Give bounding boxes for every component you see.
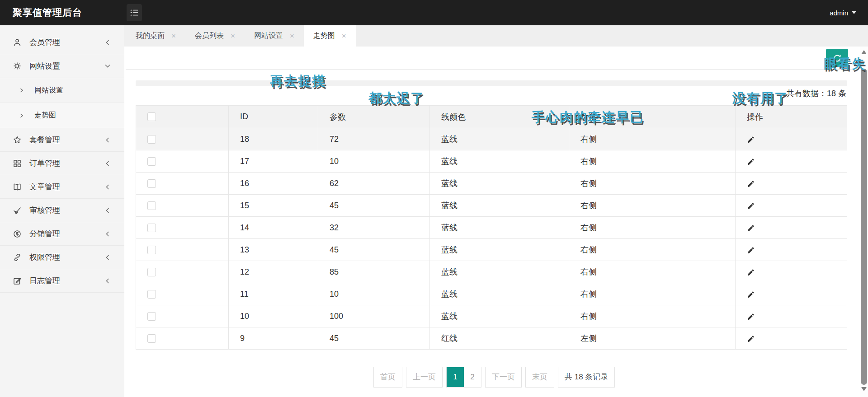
edit-button[interactable]	[747, 290, 754, 298]
sidebar-item-logs[interactable]: 日志管理	[0, 269, 124, 293]
refresh-button[interactable]	[826, 49, 848, 67]
cell-param: 10	[318, 150, 430, 172]
scroll-down-arrow-icon[interactable]	[861, 387, 867, 391]
edit-button[interactable]	[747, 335, 754, 342]
table-row: 16 62 蓝线 右侧	[136, 173, 847, 195]
scroll-up-arrow-icon[interactable]	[861, 50, 867, 54]
edit-button[interactable]	[747, 135, 754, 143]
cell-id: 18	[229, 128, 318, 150]
column-header-id: ID	[229, 106, 318, 128]
tab-trend-chart[interactable]: 走势图 ×	[304, 25, 356, 47]
sidebar-item-permissions[interactable]: 权限管理	[0, 246, 124, 269]
link-icon	[13, 253, 22, 262]
row-checkbox[interactable]	[147, 135, 156, 144]
edit-button[interactable]	[747, 202, 754, 209]
row-checkbox[interactable]	[147, 290, 156, 299]
sidebar-subitem-site-settings[interactable]: 网站设置	[0, 78, 124, 103]
chevron-left-icon	[104, 231, 111, 237]
column-header-param: 参数	[318, 106, 430, 128]
tab-my-desktop[interactable]: 我的桌面 ×	[126, 25, 185, 47]
edit-button[interactable]	[747, 180, 754, 187]
table-row: 15 45 蓝线 右侧	[136, 195, 847, 217]
cell-param: 32	[318, 217, 430, 238]
row-checkbox[interactable]	[147, 224, 156, 232]
arrow-right-icon	[19, 113, 24, 118]
star-icon	[13, 135, 22, 145]
tab-label: 走势图	[313, 31, 335, 41]
page-number-1[interactable]: 1	[447, 367, 464, 387]
sidebar-item-site-settings[interactable]: 网站设置	[0, 54, 124, 78]
user-menu[interactable]: admin	[830, 0, 856, 25]
cell-line-color: 蓝线	[430, 150, 569, 172]
next-page-button[interactable]: 下一页	[485, 367, 522, 388]
first-page-button[interactable]: 首页	[373, 367, 402, 388]
cell-position: 右侧	[569, 173, 736, 194]
table-row: 18 72 蓝线 右侧	[136, 128, 847, 150]
cell-position: 右侧	[569, 261, 736, 283]
panel-divider	[126, 69, 854, 70]
menu-list-icon	[130, 9, 139, 17]
tab-label: 我的桌面	[136, 31, 165, 41]
table-row: 9 45 红线 左侧	[136, 327, 847, 350]
chevron-left-icon	[104, 207, 111, 214]
row-checkbox[interactable]	[147, 157, 156, 166]
sidebar-item-label: 网站设置	[29, 61, 60, 71]
row-checkbox[interactable]	[147, 179, 156, 188]
column-header-actions: 操作	[736, 106, 847, 128]
sidebar-item-audit[interactable]: 审核管理	[0, 199, 124, 222]
cell-line-color: 蓝线	[430, 195, 569, 216]
table-row: 12 85 蓝线 右侧	[136, 261, 847, 283]
edit-button[interactable]	[747, 224, 754, 231]
sidebar-item-label: 日志管理	[29, 276, 60, 286]
pencil-icon	[747, 268, 754, 276]
prev-page-button[interactable]: 上一页	[406, 367, 443, 388]
cell-param: 85	[318, 261, 430, 283]
tab-close-icon[interactable]: ×	[231, 32, 235, 40]
table-row: 14 32 蓝线 右侧	[136, 217, 847, 239]
table-row: 13 45 蓝线 右侧	[136, 239, 847, 261]
cell-position: 右侧	[569, 128, 736, 150]
sidebar-item-packages[interactable]: 套餐管理	[0, 128, 124, 152]
pencil-icon	[747, 290, 754, 298]
arrow-right-icon	[19, 88, 24, 93]
tab-close-icon[interactable]: ×	[342, 32, 346, 40]
chevron-left-icon	[104, 39, 111, 46]
sidebar-item-orders[interactable]: 订单管理	[0, 152, 124, 175]
sidebar-item-members[interactable]: 会员管理	[0, 31, 124, 54]
chevron-down-icon	[852, 11, 856, 14]
cell-position: 左侧	[569, 327, 736, 349]
edit-button[interactable]	[747, 246, 754, 253]
sidebar-item-distribution[interactable]: 分销管理	[0, 222, 124, 246]
cell-id: 13	[229, 239, 318, 261]
pencil-icon	[747, 202, 754, 209]
cell-id: 14	[229, 217, 318, 238]
cell-id: 15	[229, 195, 318, 216]
cell-id: 10	[229, 305, 318, 327]
row-checkbox[interactable]	[147, 246, 156, 254]
cell-line-color: 蓝线	[430, 261, 569, 283]
cell-line-color: 蓝线	[430, 217, 569, 238]
tab-site-settings[interactable]: 网站设置 ×	[245, 25, 304, 47]
edit-button[interactable]	[747, 158, 754, 165]
last-page-button[interactable]: 末页	[525, 367, 554, 388]
tab-close-icon[interactable]: ×	[171, 32, 176, 40]
sidebar-subitem-trend-chart[interactable]: 走势图	[0, 103, 124, 128]
row-checkbox[interactable]	[147, 201, 156, 210]
edit-button[interactable]	[747, 313, 754, 320]
tab-member-list[interactable]: 会员列表 ×	[185, 25, 245, 47]
sidebar-item-articles[interactable]: 文章管理	[0, 175, 124, 199]
row-checkbox[interactable]	[147, 312, 156, 321]
row-checkbox[interactable]	[147, 268, 156, 276]
row-checkbox[interactable]	[147, 334, 156, 343]
cell-param: 45	[318, 239, 430, 261]
tab-label: 网站设置	[254, 31, 283, 41]
sidebar: 会员管理 网站设置 网站设置 走势图 套餐管理 订单管理	[0, 25, 124, 397]
select-all-checkbox[interactable]	[147, 112, 156, 121]
sidebar-toggle-button[interactable]	[127, 4, 142, 21]
sidebar-subitem-label: 走势图	[34, 111, 56, 120]
edit-button[interactable]	[747, 268, 754, 276]
cell-position: 右侧	[569, 217, 736, 238]
scrollbar-thumb[interactable]	[861, 69, 867, 385]
page-number-2[interactable]: 2	[464, 367, 481, 387]
tab-close-icon[interactable]: ×	[290, 32, 294, 40]
